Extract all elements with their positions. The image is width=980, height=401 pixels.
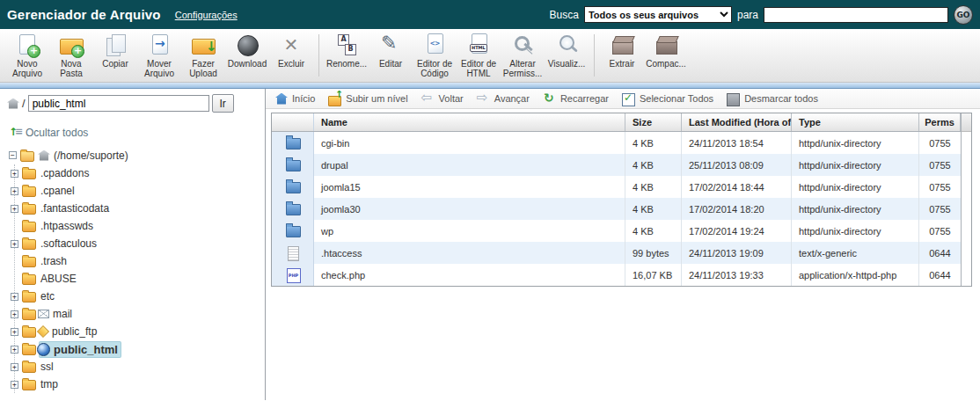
path-slash: / <box>22 97 26 110</box>
toolbar-button[interactable]: Download <box>225 33 269 78</box>
table-header-row: Name Size Last Modified (Hora oficia Typ… <box>272 113 961 132</box>
file-name-cell[interactable]: drupal <box>314 154 625 176</box>
file-perms-cell: 0644 <box>919 264 961 286</box>
filebar-button[interactable]: Recarregar <box>543 92 609 106</box>
expand-icon[interactable] <box>11 170 18 178</box>
expand-icon[interactable] <box>11 363 18 371</box>
table-scrollbar[interactable] <box>961 113 971 286</box>
toolbar-button[interactable]: Renome... <box>325 33 369 78</box>
expand-icon[interactable] <box>11 381 18 389</box>
filebar-button-label: Recarregar <box>560 93 609 104</box>
tree-item-label: public_ftp <box>52 325 97 338</box>
filebar-icon <box>622 92 636 106</box>
table-row[interactable]: drupal 4 KB 25/11/2013 08:09 httpd/unix-… <box>272 154 961 176</box>
tree-item[interactable]: ABUSE <box>11 270 260 288</box>
path-go-button[interactable]: Ir <box>212 94 234 113</box>
filebar-button[interactable]: Selecionar Todos <box>622 92 713 106</box>
settings-link[interactable]: Configurações <box>175 10 238 20</box>
file-name-cell[interactable]: cgi-bin <box>314 132 625 154</box>
toolbar-button[interactable]: Fazer Upload <box>181 33 225 78</box>
toolbar-button[interactable]: Excluir <box>269 33 313 78</box>
tree-item-label: .htpasswds <box>40 220 93 232</box>
main-toolbar: Novo Arquivo Nova Pasta Copiar Mover Arq… <box>0 29 980 83</box>
tree-item[interactable]: ssl <box>11 358 260 375</box>
filebar-icon <box>274 92 289 106</box>
collapse-icon[interactable]: − <box>9 151 17 159</box>
filebar-button[interactable]: Início <box>274 92 315 106</box>
toolbar-button[interactable]: Mover Arquivo <box>137 33 181 78</box>
tree-item[interactable]: .cpanel <box>11 182 260 200</box>
header-name[interactable]: Name <box>314 113 625 131</box>
toolbar-button[interactable]: Visualiz... <box>545 33 589 78</box>
filebar-button[interactable]: Avançar <box>477 92 530 106</box>
go-button[interactable]: GO <box>954 5 973 25</box>
filebar-button[interactable]: Voltar <box>421 92 464 106</box>
toolbar-button-label: Fazer Upload <box>181 59 225 78</box>
expand-icon[interactable] <box>11 205 18 213</box>
file-name-cell[interactable]: check.php <box>314 264 625 286</box>
filebar-button[interactable]: Desmarcar todos <box>727 92 818 106</box>
toolbar-button[interactable]: Novo Arquivo <box>5 33 49 78</box>
toolbar-icon <box>56 33 86 58</box>
file-icon-cell <box>272 264 314 286</box>
table-row[interactable]: cgi-bin 4 KB 24/11/2013 18:54 httpd/unix… <box>272 132 961 154</box>
folder-icon <box>22 310 36 320</box>
tree-item[interactable]: .trash <box>11 252 260 270</box>
header-perms[interactable]: Perms <box>919 113 961 131</box>
toolbar-button-label: Copiar <box>93 59 137 69</box>
tree-item[interactable]: public_html <box>11 340 260 358</box>
table-row[interactable]: wp 4 KB 17/02/2014 19:24 httpd/unix-dire… <box>272 220 961 242</box>
filebar-button[interactable]: Subir um nível <box>328 92 407 106</box>
toolbar-button-label: Editar <box>369 59 413 69</box>
table-row[interactable]: joomla30 4 KB 17/02/2014 18:20 httpd/uni… <box>272 198 961 220</box>
tree-root[interactable]: − (/home/suporte) <box>9 146 260 164</box>
toolbar-button[interactable]: Nova Pasta <box>49 33 93 78</box>
file-name-cell[interactable]: joomla30 <box>314 198 625 220</box>
tree-item[interactable]: .fantasticodata <box>11 200 260 217</box>
search-input[interactable] <box>764 7 948 23</box>
tree-item[interactable]: etc <box>11 288 260 305</box>
toolbar-button[interactable]: Compac... <box>644 33 688 69</box>
tree-item[interactable]: .htpasswds <box>11 217 260 235</box>
toolbar-button[interactable]: Copiar <box>93 33 137 78</box>
header-modified[interactable]: Last Modified (Hora oficia <box>682 113 792 131</box>
tree-item[interactable]: .softaculous <box>11 235 260 252</box>
table-row[interactable]: .htaccess 99 bytes 24/11/2013 19:09 text… <box>272 242 961 264</box>
search-scope-select[interactable]: Todos os seus arquivos <box>584 6 732 23</box>
expand-icon[interactable] <box>11 310 18 318</box>
expand-icon[interactable] <box>11 240 18 248</box>
expand-icon[interactable] <box>11 187 18 195</box>
header-type[interactable]: Type <box>792 113 919 131</box>
toolbar-group-archive-ops: Extrair Compac... <box>600 33 688 69</box>
toolbar-button-label: Excluir <box>269 59 313 69</box>
header-size[interactable]: Size <box>625 113 682 131</box>
toolbar-button[interactable]: Editor de Código <box>413 33 457 78</box>
tree-item-target: ssl <box>40 360 56 374</box>
tree-item[interactable]: .cpaddons <box>11 164 260 182</box>
file-name-cell[interactable]: joomla15 <box>314 176 625 198</box>
toolbar-button[interactable]: Editor de HTML <box>457 33 501 78</box>
toolbar-button[interactable]: Extrair <box>600 33 644 69</box>
toolbar-button[interactable]: Editar <box>369 33 413 78</box>
tree-item[interactable]: mail <box>11 305 260 323</box>
table-row[interactable]: check.php 16,07 KB 24/11/2013 19:33 appl… <box>272 264 961 286</box>
tree-item[interactable]: public_ftp <box>11 323 260 340</box>
tree-item[interactable]: tmp <box>11 375 260 393</box>
expand-icon[interactable] <box>11 293 18 301</box>
toolbar-button[interactable]: Alterar Permiss... <box>501 33 545 78</box>
file-name-cell[interactable]: wp <box>314 220 625 242</box>
collapse-all[interactable]: Ocultar todos <box>9 127 260 139</box>
toolbar-button-label: Editor de Código <box>413 59 457 78</box>
file-type-icon <box>285 246 301 259</box>
tree-item-label: public_html <box>54 343 118 356</box>
file-name-cell[interactable]: .htaccess <box>314 242 625 264</box>
expand-icon[interactable] <box>11 328 18 336</box>
file-type-cell: httpd/unix-directory <box>792 220 919 242</box>
path-input[interactable] <box>28 95 209 112</box>
file-size-cell: 99 bytes <box>625 242 682 264</box>
open-folder-icon <box>20 151 34 162</box>
toolbar-icon <box>552 33 581 58</box>
table-row[interactable]: joomla15 4 KB 17/02/2014 18:44 httpd/uni… <box>272 176 961 198</box>
file-modified-cell: 17/02/2014 18:20 <box>682 198 792 220</box>
expand-icon[interactable] <box>11 346 18 354</box>
